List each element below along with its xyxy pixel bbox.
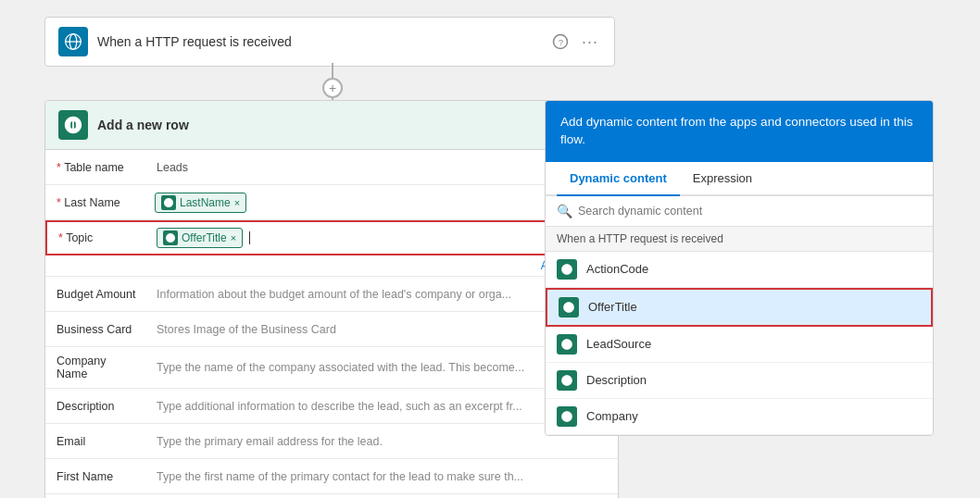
add-step-button[interactable]: + bbox=[322, 78, 343, 98]
leadsource-label: LeadSource bbox=[586, 337, 651, 351]
http-trigger-actions: ? ··· bbox=[549, 31, 601, 53]
company-name-label: Company Name bbox=[45, 347, 147, 388]
company-label: Company bbox=[586, 409, 638, 423]
add-row-icon bbox=[58, 110, 88, 140]
job-title-row: Job Title Type the job title of the prim… bbox=[45, 494, 618, 498]
last-name-label: Last Name bbox=[45, 189, 147, 217]
dynamic-panel-header-text: Add dynamic content from the apps and co… bbox=[560, 114, 918, 149]
text-cursor bbox=[249, 231, 250, 244]
search-box: 🔍 bbox=[546, 196, 933, 227]
last-name-row: Last Name LastName × bbox=[45, 185, 618, 220]
topic-label: Topic bbox=[47, 224, 149, 252]
business-card-row: Business Card Stores Image of the Busine… bbox=[45, 312, 618, 347]
section-label: When a HTTP request is received bbox=[546, 227, 933, 252]
http-trigger-icon bbox=[58, 27, 88, 56]
actioncode-icon bbox=[557, 259, 577, 280]
description-dynamic-label: Description bbox=[586, 373, 647, 387]
topic-row: Topic OfferTitle × bbox=[45, 220, 618, 255]
company-name-row: Company Name Type the name of the compan… bbox=[45, 347, 618, 389]
help-button[interactable]: ? bbox=[549, 31, 572, 53]
http-trigger-title: When a HTTP request is received bbox=[97, 34, 540, 49]
svg-text:?: ? bbox=[559, 37, 564, 47]
tab-expression[interactable]: Expression bbox=[680, 162, 765, 196]
first-name-value[interactable]: Type the first name of the primary conta… bbox=[147, 465, 618, 489]
dynamic-item-actioncode[interactable]: ActionCode bbox=[546, 252, 933, 288]
dynamic-item-description[interactable]: Description bbox=[546, 363, 933, 399]
leadsource-icon bbox=[557, 334, 577, 355]
description-row: Description Type additional information … bbox=[45, 389, 618, 424]
email-row: Email Type the primary email address for… bbox=[45, 424, 618, 459]
description-icon bbox=[557, 370, 577, 391]
dynamic-content-search-input[interactable] bbox=[578, 205, 922, 218]
table-name-row: Table name Leads bbox=[45, 150, 618, 185]
company-icon bbox=[557, 406, 577, 427]
add-row-title: Add a new row bbox=[97, 118, 605, 132]
dynamic-item-offertitle[interactable]: OfferTitle bbox=[546, 288, 933, 327]
email-label: Email bbox=[45, 428, 147, 455]
first-name-label: First Name bbox=[45, 463, 147, 491]
topic-token[interactable]: OfferTitle × bbox=[157, 228, 243, 248]
description-label: Description bbox=[45, 392, 147, 420]
dataverse-icon bbox=[63, 115, 83, 135]
add-row-block: Add a new row Table name Leads Last Name… bbox=[44, 100, 619, 498]
connector-line-top bbox=[332, 63, 333, 78]
topic-token-close[interactable]: × bbox=[231, 232, 236, 243]
dynamic-panel-header: Add dynamic content from the apps and co… bbox=[546, 101, 933, 162]
more-options-button[interactable]: ··· bbox=[579, 31, 601, 53]
topic-token-icon bbox=[163, 230, 178, 245]
topic-token-label: OfferTitle bbox=[182, 231, 227, 244]
form-body: Table name Leads Last Name LastName × To… bbox=[45, 150, 618, 498]
search-icon: 🔍 bbox=[557, 204, 572, 218]
offertitle-label: OfferTitle bbox=[588, 300, 637, 314]
add-row-header: Add a new row bbox=[45, 101, 618, 150]
tab-dynamic-content[interactable]: Dynamic content bbox=[557, 162, 680, 196]
budget-amount-label: Budget Amount bbox=[45, 280, 147, 308]
business-card-label: Business Card bbox=[45, 316, 147, 343]
dynamic-item-leadsource[interactable]: LeadSource bbox=[546, 327, 933, 363]
add-dynamic-content-link[interactable]: Add dynami... bbox=[45, 255, 618, 277]
last-name-token-close[interactable]: × bbox=[234, 197, 240, 208]
last-name-token-label: LastName bbox=[180, 196, 231, 209]
http-trigger-block: When a HTTP request is received ? ··· bbox=[44, 17, 615, 67]
table-name-label: Table name bbox=[45, 154, 147, 181]
offertitle-icon bbox=[559, 297, 579, 317]
dynamic-panel-tabs: Dynamic content Expression bbox=[546, 162, 933, 196]
dynamic-item-company[interactable]: Company bbox=[546, 399, 933, 435]
actioncode-label: ActionCode bbox=[586, 262, 648, 276]
budget-amount-row: Budget Amount Information about the budg… bbox=[45, 277, 618, 312]
globe-icon bbox=[64, 32, 82, 51]
dynamic-content-panel: Add dynamic content from the apps and co… bbox=[545, 100, 934, 436]
last-name-token-icon bbox=[161, 195, 176, 210]
first-name-row: First Name Type the first name of the pr… bbox=[45, 459, 618, 494]
last-name-token[interactable]: LastName × bbox=[155, 193, 246, 213]
